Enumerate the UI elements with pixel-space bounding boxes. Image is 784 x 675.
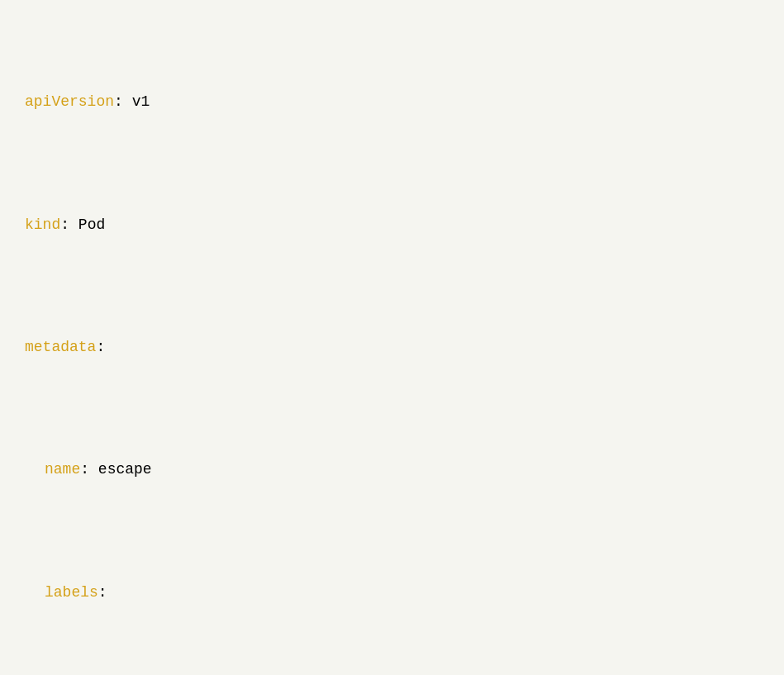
colon-metadata: : — [96, 339, 105, 355]
val-kind: Pod — [78, 216, 105, 233]
colon-apiVersion: : — [114, 93, 132, 110]
line-kind: kind: Pod — [25, 213, 759, 238]
key-kind: kind — [25, 216, 60, 233]
val-name: escape — [98, 461, 152, 478]
line-apiVersion: apiVersion: v1 — [25, 90, 759, 115]
val-apiVersion: v1 — [132, 93, 150, 110]
key-apiVersion: apiVersion — [25, 93, 114, 110]
code-editor: apiVersion: v1 kind: Pod metadata: name:… — [25, 17, 759, 675]
line-name: name: escape — [25, 458, 759, 482]
line-labels: labels: — [25, 581, 759, 606]
key-name: name — [45, 461, 80, 478]
key-metadata: metadata — [25, 339, 96, 355]
colon-kind: : — [60, 216, 78, 233]
colon-name: : — [80, 461, 98, 478]
line-metadata: metadata: — [25, 335, 759, 360]
colon-labels: : — [98, 584, 107, 601]
key-labels: labels — [45, 584, 98, 601]
